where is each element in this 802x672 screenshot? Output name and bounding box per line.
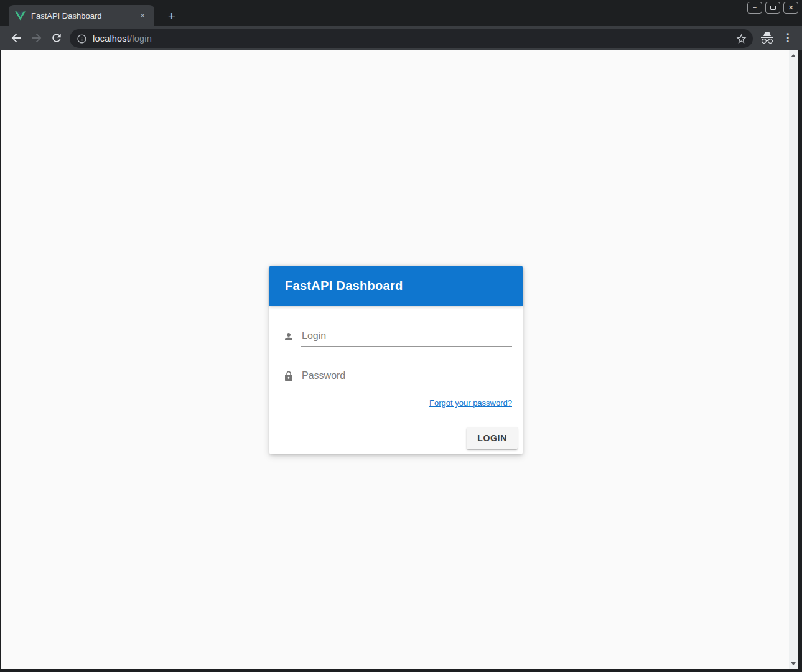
lock-icon	[283, 371, 294, 382]
url-path: /login	[129, 34, 152, 44]
vue-logo-favicon	[15, 11, 26, 21]
bookmark-star-icon[interactable]	[735, 33, 747, 45]
url-host: localhost	[93, 34, 129, 44]
forgot-password-row: Forgot your password?	[269, 397, 512, 408]
maximize-icon	[770, 6, 776, 10]
forward-button[interactable]	[30, 31, 44, 45]
login-input[interactable]	[301, 330, 512, 347]
tab-bar: FastAPI Dashboard ✕ + − ✕	[0, 0, 802, 26]
login-button[interactable]: LOGIN	[467, 427, 518, 449]
login-field-row	[283, 320, 512, 347]
login-card: FastAPI Dashboard Forgot your password? …	[269, 266, 523, 454]
page-info-icon[interactable]	[77, 34, 87, 44]
tab-close-icon[interactable]: ✕	[137, 10, 148, 21]
scrollbar-up-arrow-icon[interactable]	[791, 54, 796, 57]
browser-tab-active[interactable]: FastAPI Dashboard ✕	[9, 5, 154, 26]
browser-window: { "browser": { "window_controls": { "min…	[0, 0, 802, 672]
address-bar[interactable]: localhost/login	[70, 29, 753, 48]
person-icon	[283, 331, 294, 342]
card-actions: LOGIN	[269, 427, 518, 449]
reload-button[interactable]	[50, 32, 63, 44]
browser-menu-button[interactable]: ⋮	[781, 30, 795, 45]
window-controls: − ✕	[747, 2, 798, 14]
new-tab-button[interactable]: +	[163, 7, 180, 25]
close-icon: ✕	[788, 4, 793, 11]
url-text: localhost/login	[93, 34, 735, 44]
page-scrollbar[interactable]	[789, 50, 798, 669]
login-card-header: FastAPI Dashboard	[269, 266, 523, 306]
page-content: FastAPI Dashboard Forgot your password? …	[1, 50, 798, 669]
window-close-button[interactable]: ✕	[783, 2, 798, 14]
back-button[interactable]	[9, 31, 23, 45]
password-input[interactable]	[301, 370, 512, 386]
minimize-icon: −	[753, 4, 757, 11]
password-field-row	[283, 360, 512, 386]
login-card-title: FastAPI Dashboard	[285, 279, 403, 293]
window-maximize-button[interactable]	[765, 2, 780, 14]
forgot-password-link[interactable]: Forgot your password?	[429, 398, 512, 408]
window-minimize-button[interactable]: −	[747, 2, 762, 14]
scrollbar-down-arrow-icon[interactable]	[791, 662, 796, 665]
incognito-icon	[760, 30, 775, 45]
tab-title: FastAPI Dashboard	[31, 11, 137, 21]
